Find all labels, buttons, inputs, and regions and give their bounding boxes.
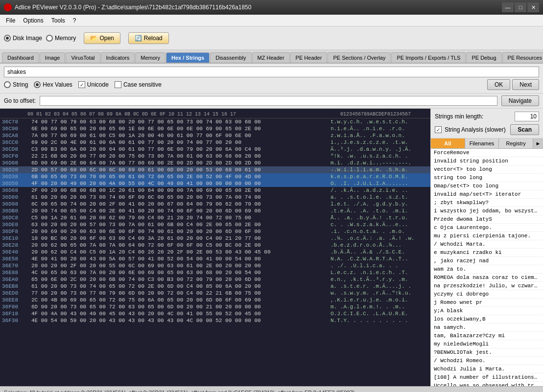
list-item[interactable]: j Romeo wnet pr xyxy=(431,299,543,307)
string-radio[interactable] xyxy=(4,81,11,88)
hex-row[interactable]: 36DB020 00 74 00 65 00 C4 00 2E 00 41 00… xyxy=(0,208,430,214)
goto-input[interactable] xyxy=(40,96,497,106)
tab-hex-strings[interactable]: Hex / Strings xyxy=(166,52,210,63)
ok-button[interactable]: OK xyxy=(487,79,510,90)
list-item[interactable]: na samych. xyxy=(431,323,543,332)
string-analysis-checkbox[interactable] xyxy=(435,126,442,133)
hex-row[interactable]: 36DE063 00 20 00 20 00 57 00 73 00 7A 00… xyxy=(0,221,430,228)
list-item[interactable]: ForceRemove xyxy=(431,149,543,157)
scan-button[interactable]: Scan xyxy=(510,124,539,135)
hex-row[interactable]: 36ED077 00 20 00 73 00 77 00 79 00 6D 00… xyxy=(0,290,430,297)
hex-row[interactable]: 36F304E 00 54 00 59 00 20 00 43 00 43 00… xyxy=(0,317,430,324)
list-item[interactable]: my nieledwieMogli xyxy=(431,340,543,348)
tab-pe-debug[interactable]: PE Debug xyxy=(466,52,501,63)
hex-row[interactable]: 36CC069 00 2C 00 4E 00 61 00 6A 00 61 00… xyxy=(0,139,430,146)
hex-row[interactable]: 36DC8C5 00 1A 20 61 00 20 00 62 00 79 00… xyxy=(0,214,430,221)
hex-row[interactable]: 36CA87A 00 77 00 69 00 61 00 C5 00 1A 20… xyxy=(0,132,430,139)
list-item[interactable]: tam, Baltazarze?Czy mi xyxy=(431,332,543,340)
search-input[interactable]: shakes xyxy=(4,67,539,77)
hex-row[interactable]: 36EE82C 00 4B 00 69 00 65 00 72 00 75 00… xyxy=(0,297,430,303)
list-item[interactable]: e muzykanci rzadko ki xyxy=(431,249,543,257)
tab-image[interactable]: Image xyxy=(40,52,66,63)
tab-mz-header[interactable]: MZ Header xyxy=(252,52,290,63)
list-item[interactable]: i wszystko jej oddam, bo wszystkoO... xyxy=(431,207,543,215)
hex-row[interactable]: 36D086D 00 69 00 2E 00 64 00 7A 00 77 00… xyxy=(0,160,430,166)
list-item[interactable]: / Wchodzi Marta. xyxy=(431,240,543,249)
hex-values-radio[interactable] xyxy=(34,81,41,88)
list-item[interactable]: invalid string position xyxy=(431,157,543,165)
hex-row[interactable]: 36D202D 00 57 00 69 00 6C 00 6C 00 69 00… xyxy=(0,166,430,173)
disk-image-radio[interactable] xyxy=(4,35,11,42)
tab-dashboard[interactable]: Dashboard xyxy=(2,52,39,63)
menu-help[interactable]: ? xyxy=(69,16,80,25)
reload-button[interactable]: 🔄 Reload xyxy=(128,32,169,44)
list-item[interactable]: wam za to. xyxy=(431,265,543,274)
list-item[interactable]: , jako raczej nad xyxy=(431,257,543,265)
list-item[interactable]: y;A blask xyxy=(431,307,543,315)
list-item[interactable]: ; zbyt skwapliwy? xyxy=(431,199,543,207)
unicode-option[interactable]: Unicode xyxy=(78,81,109,88)
case-sensitive-checkbox[interactable] xyxy=(115,81,121,88)
filter-tab-more[interactable]: ► xyxy=(533,138,543,148)
hex-row[interactable]: 36E884C 00 65 00 63 00 7A 00 20 00 6E 00… xyxy=(0,269,430,276)
case-sensitive-option[interactable]: Case sensitive xyxy=(115,81,162,88)
tab-pe-header[interactable]: PE Header xyxy=(290,52,328,63)
list-item[interactable]: vector<T> too long xyxy=(431,165,543,174)
hex-row[interactable]: 36D986C 00 65 00 74 00 20 00 2F 00 41 00… xyxy=(0,201,430,208)
tab-memory[interactable]: Memory xyxy=(135,52,165,63)
tab-virustotal[interactable]: VirusTotal xyxy=(66,52,100,63)
hex-row[interactable]: 36DF820 00 69 00 20 00 63 00 6E 00 6F 00… xyxy=(0,228,430,235)
hex-row[interactable]: 36D8061 00 20 00 20 00 73 00 74 00 6F 00… xyxy=(0,194,430,201)
hex-row[interactable]: 36F184F 00 4A 00 43 00 49 00 45 00 43 00… xyxy=(0,310,430,317)
filter-tab-registry[interactable]: Registry xyxy=(499,138,533,148)
tab-disassembly[interactable]: Disassembly xyxy=(210,52,251,63)
hex-row[interactable]: 36D682F 00 20 00 6B 00 6B 00 1C 20 61 00… xyxy=(0,187,430,194)
list-item[interactable]: ?BENWOLIOTak jest. xyxy=(431,348,543,357)
hex-row[interactable]: 36E4020 00 62 00 C4 00 C5 00 1A 20 C4 00… xyxy=(0,249,430,255)
list-item[interactable]: Przede dwoma latyS xyxy=(431,215,543,224)
list-item[interactable]: los oczekiwany,B xyxy=(431,315,543,323)
disk-image-option[interactable]: Disk Image xyxy=(4,35,42,42)
hex-row[interactable]: 36E7020 00 20 00 2F 00 20 00 55 00 6C 00… xyxy=(0,262,430,269)
tab-pe-imports[interactable]: PE Imports / Exports / TLS xyxy=(391,52,466,63)
hex-row[interactable]: 36E584E 00 41 00 20 00 43 00 5A 00 57 00… xyxy=(0,255,430,262)
list-item[interactable]: Wchodzi Julia i Marta. xyxy=(431,365,543,373)
min-length-input[interactable]: 10 xyxy=(515,112,539,121)
tab-pe-resources[interactable]: PE Resources xyxy=(502,52,543,63)
navigate-button[interactable]: Navigate xyxy=(501,95,539,106)
tab-indicators[interactable]: Indicators xyxy=(101,52,135,63)
list-item[interactable]: invalid map/set<T> iterator xyxy=(431,190,543,199)
memory-option[interactable]: Memory xyxy=(46,35,76,42)
hex-row[interactable]: 36CF022 21 6B 00 20 00 77 00 20 00 75 00… xyxy=(0,153,430,160)
filter-tab-all[interactable]: All xyxy=(431,138,465,148)
menu-tools[interactable]: Tools xyxy=(47,16,69,25)
hex-row[interactable]: 36D386B 00 65 00 73 00 70 00 65 00 61 00… xyxy=(0,173,430,180)
hex-row[interactable]: 36E2820 00 62 00 65 00 7A 00 7A 00 64 00… xyxy=(0,242,430,249)
hex-viewer[interactable]: 00 01 02 03 04 05 06 07 08 09 0A 0B 0C 0… xyxy=(0,109,430,386)
filter-tab-filenames[interactable]: Filenames xyxy=(465,138,499,148)
hex-values-option[interactable]: Hex Values xyxy=(34,81,72,88)
hex-row[interactable]: 36E1010 00 BC 00 20 00 6F 00 63 00 C4 00… xyxy=(0,235,430,242)
open-button[interactable]: 📂 Open xyxy=(84,32,120,44)
hex-row[interactable]: 36CD8C3 00 B3 00 6A 00 20 00 64 00 61 00… xyxy=(0,146,430,153)
list-item[interactable]: / Wchodzi Romeo. xyxy=(431,357,543,365)
list-item[interactable]: Omap/set<T> too long xyxy=(431,182,543,190)
hex-row[interactable]: 36F006D 00 20 00 73 00 65 00 72 00 63 00… xyxy=(0,303,430,310)
hex-row[interactable]: 36C906E 00 69 00 65 00 20 00 65 00 1E 00… xyxy=(0,125,430,132)
hex-row[interactable]: 36EA065 00 6E 00 2C 00 20 00 6B 00 74 00… xyxy=(0,276,430,283)
string-option[interactable]: String xyxy=(4,81,28,88)
minimize-button[interactable]: — xyxy=(502,2,514,12)
maximize-button[interactable]: □ xyxy=(515,2,526,12)
next-button[interactable]: Next xyxy=(512,79,539,90)
menu-options[interactable]: Options xyxy=(19,16,47,25)
close-button[interactable]: ✕ xyxy=(527,2,539,12)
list-item[interactable]: yczymy ci dobrego xyxy=(431,290,543,299)
list-item[interactable]: [108] A number of illustrations from ... xyxy=(431,373,543,382)
tab-pe-sections[interactable]: PE Sections / Overlay xyxy=(328,52,391,63)
list-item[interactable]: c Ojca Laurentego. xyxy=(431,224,543,232)
list-item[interactable]: mu z piersi cierpienia tajone. xyxy=(431,232,543,240)
hex-row[interactable]: 36D504F 00 20 00 49 00 20 00 4A 00 55 00… xyxy=(0,180,430,187)
hex-row[interactable]: 36C7874 00 77 00 79 00 63 00 68 00 20 00… xyxy=(0,118,430,125)
strings-list[interactable]: ForceRemoveinvalid string positionvector… xyxy=(431,149,543,386)
menu-file[interactable]: File xyxy=(2,16,19,25)
